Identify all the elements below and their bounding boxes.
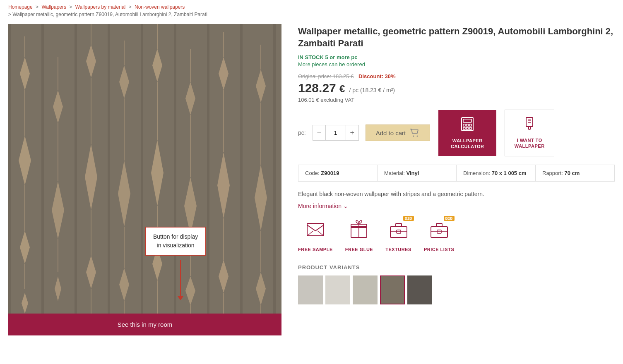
svg-rect-1 (8, 24, 11, 314)
want-wallpaper-label: I WANT TO WALLPAPER (513, 137, 546, 149)
svg-rect-7 (207, 24, 209, 314)
gift-icon (349, 219, 369, 244)
svg-rect-2 (41, 24, 44, 314)
free-sample-item[interactable]: FREE SAMPLE (298, 219, 333, 252)
svg-point-82 (417, 136, 418, 137)
right-column: Wallpaper metallic, geometric pattern Z9… (298, 24, 615, 304)
see-in-room-button[interactable]: See this in my room (8, 314, 281, 335)
breadcrumb-wallpapers[interactable]: Wallpapers (41, 4, 66, 10)
qty-increase-button[interactable]: + (346, 125, 358, 140)
stock-status: IN STOCK 5 or more pc (298, 54, 615, 60)
qty-input[interactable] (325, 125, 346, 140)
page-wrapper: Homepage > Wallpapers > Wallpapers by ma… (0, 0, 623, 340)
svg-rect-4 (108, 24, 110, 314)
svg-rect-90 (469, 127, 471, 129)
more-info-link[interactable]: More information ⌄ (298, 203, 348, 209)
envelope-icon (305, 219, 326, 244)
variant-swatch-1[interactable] (298, 275, 323, 304)
briefcase-pricelist-icon: B2B (429, 219, 450, 244)
breadcrumb: Homepage > Wallpapers > Wallpapers by ma… (8, 4, 615, 10)
price-lists-label: PRICE LISTS (424, 247, 454, 252)
svg-line-96 (307, 231, 313, 236)
svg-rect-85 (463, 124, 465, 126)
action-buttons: WALLPAPER CALCULATOR I W (438, 110, 554, 156)
left-column: Button for display in visualization See … (8, 24, 281, 335)
brush-icon (523, 117, 536, 134)
discount-label: Discount: 30% (358, 73, 396, 79)
icons-row: FREE SAMPLE FREE GLUE (298, 219, 615, 252)
want-wallpaper-button[interactable]: I WANT TO WALLPAPER (505, 110, 554, 156)
svg-rect-87 (469, 124, 471, 126)
variant-swatch-2[interactable] (325, 275, 350, 304)
svg-rect-104 (431, 227, 447, 237)
purchase-row: pc: − + Add to cart (298, 125, 430, 141)
info-material: Material: Vinyl (378, 165, 457, 181)
info-dimension: Dimension: 70 x 1 005 cm (457, 165, 536, 181)
vat-price: 106.01 € excluding VAT (298, 97, 615, 103)
main-layout: Button for display in visualization See … (8, 24, 615, 335)
product-image (8, 24, 281, 314)
product-info-row: Code: Z90019 Material: Vinyl Dimension: … (298, 165, 615, 182)
breadcrumb-homepage[interactable]: Homepage (8, 4, 33, 10)
cart-icon (410, 129, 420, 137)
svg-rect-9 (273, 24, 276, 314)
qty-control: − + (313, 125, 359, 141)
price-lists-item[interactable]: B2B PRICE LISTS (424, 219, 454, 252)
svg-point-81 (413, 136, 414, 137)
svg-rect-89 (467, 127, 469, 129)
current-price: 128.27 € (298, 81, 345, 95)
variants-row (298, 275, 615, 304)
free-sample-label: FREE SAMPLE (298, 247, 333, 252)
info-rapport: Rapport: 70 cm (536, 165, 614, 181)
svg-rect-88 (463, 127, 465, 129)
svg-rect-86 (467, 124, 469, 126)
svg-rect-5 (141, 24, 143, 314)
b2b-badge-pricelist: B2B (444, 216, 455, 221)
svg-rect-6 (174, 24, 176, 314)
price-row: 128.27 € / pc (18.23 € / m²) (298, 81, 615, 95)
svg-rect-3 (75, 24, 77, 314)
product-image-wrapper: Button for display in visualization (8, 24, 281, 314)
b2b-badge-textures: B2B (403, 216, 414, 221)
breadcrumb-non-woven[interactable]: Non-woven wallpapers (135, 4, 185, 10)
wallpaper-calc-label: WALLPAPER CALCULATOR (447, 138, 488, 150)
breadcrumb-current: > Wallpaper metallic, geometric pattern … (8, 12, 615, 17)
free-glue-label: FREE GLUE (345, 247, 373, 252)
stock-note: More pieces can be ordered (298, 61, 615, 67)
product-title: Wallpaper metallic, geometric pattern Z9… (298, 26, 615, 49)
calculator-icon (460, 117, 475, 134)
svg-rect-84 (463, 119, 471, 122)
svg-rect-8 (240, 24, 243, 314)
svg-rect-101 (390, 227, 407, 237)
variants-label: PRODUCT VARIANTS (298, 264, 615, 271)
product-description: Elegant black non-woven wallpaper with s… (298, 190, 615, 199)
variant-swatch-4[interactable] (380, 275, 405, 304)
svg-line-97 (318, 231, 324, 236)
wallpaper-calculator-button[interactable]: WALLPAPER CALCULATOR (438, 110, 496, 156)
textures-label: TEXTURES (385, 247, 411, 252)
textures-item[interactable]: B2B TEXTURES (385, 219, 411, 252)
qty-label: pc: (298, 129, 306, 136)
annotation-box: Button for display in visualization (145, 227, 206, 256)
info-code: Code: Z90019 (298, 165, 378, 181)
variant-swatch-5[interactable] (407, 275, 432, 304)
original-price: Original price: 183.25 € Discount: 30% (298, 73, 615, 79)
qty-decrease-button[interactable]: − (313, 125, 325, 140)
free-glue-item[interactable]: FREE GLUE (345, 219, 373, 252)
chevron-down-icon: ⌄ (343, 203, 348, 209)
variant-swatch-3[interactable] (353, 275, 378, 304)
price-per-unit: / pc (18.23 € / m²) (349, 87, 395, 93)
add-to-cart-button[interactable]: Add to cart (366, 125, 431, 141)
breadcrumb-by-material[interactable]: Wallpapers by material (75, 4, 126, 10)
briefcase-textures-icon: B2B (388, 219, 409, 244)
